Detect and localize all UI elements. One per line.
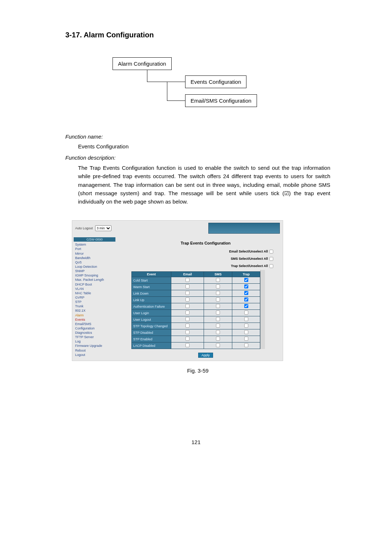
trap-select-all-checkbox[interactable] — [269, 264, 273, 268]
sidebar-item[interactable]: Loop Detection — [74, 264, 115, 269]
trap-cell — [232, 323, 260, 329]
trap-checkbox[interactable] — [244, 311, 248, 315]
sms-select-all-checkbox[interactable] — [269, 257, 273, 261]
trap-checkbox[interactable] — [244, 343, 248, 347]
sidebar-item[interactable]: STP — [74, 300, 115, 304]
events-table: Event Email SMS Trap Cold StartWarm Star… — [131, 271, 260, 349]
email-cell — [171, 310, 204, 316]
sms-checkbox[interactable] — [216, 284, 220, 288]
event-name: Warm Start — [132, 284, 171, 290]
sms-cell — [204, 336, 232, 342]
sidebar-item[interactable]: Email/SMS — [74, 322, 115, 326]
email-cell — [171, 284, 204, 290]
trap-events-title: Trap Events Configuration — [131, 241, 280, 245]
sms-checkbox[interactable] — [216, 343, 220, 347]
auto-logout-select[interactable]: 3 min — [95, 225, 111, 231]
email-checkbox[interactable] — [185, 311, 189, 315]
table-row: Authentication Failure — [132, 303, 260, 310]
email-cell — [171, 323, 204, 329]
trap-checkbox[interactable] — [244, 324, 248, 328]
sms-cell — [204, 316, 232, 323]
sidebar-item[interactable]: Bandwidth — [74, 256, 115, 260]
figure-caption: Fig. 3-59 — [65, 368, 330, 374]
sidebar-item[interactable]: VLAN — [74, 287, 115, 291]
email-checkbox[interactable] — [185, 304, 189, 308]
function-name-value: Events Configuration — [78, 143, 330, 150]
email-checkbox[interactable] — [185, 330, 189, 334]
table-row: STP Enabled — [132, 336, 260, 342]
email-checkbox[interactable] — [185, 284, 189, 288]
sidebar-item[interactable]: Reboot — [74, 348, 115, 353]
sidebar-item[interactable]: Log — [74, 339, 115, 344]
sms-checkbox[interactable] — [216, 291, 220, 295]
email-checkbox[interactable] — [185, 297, 189, 301]
email-checkbox[interactable] — [185, 337, 189, 341]
trap-checkbox[interactable] — [244, 330, 248, 334]
trap-checkbox[interactable] — [244, 304, 248, 308]
email-select-all-checkbox[interactable] — [269, 250, 273, 254]
email-checkbox[interactable] — [185, 317, 189, 321]
sms-cell — [204, 277, 232, 284]
sidebar-item[interactable]: Logout — [74, 353, 115, 357]
apply-button[interactable]: Apply — [198, 353, 213, 358]
sidebar-item[interactable]: MAC Table — [74, 291, 115, 295]
function-desc-label: Function description: — [65, 155, 330, 161]
email-cell — [171, 290, 204, 297]
trap-checkbox[interactable] — [244, 278, 248, 282]
sidebar-item[interactable]: GVRP — [74, 295, 115, 300]
sidebar-item[interactable]: DHCP Boot — [74, 282, 115, 287]
sidebar-item[interactable]: Firmware Upgrade — [74, 344, 115, 348]
email-cell — [171, 297, 204, 303]
sms-checkbox[interactable] — [216, 278, 220, 282]
sms-checkbox[interactable] — [216, 330, 220, 334]
trap-cell — [232, 290, 260, 297]
scrollbar[interactable] — [260, 270, 265, 349]
trap-checkbox[interactable] — [244, 337, 248, 341]
sidebar-item[interactable]: Configuration — [74, 326, 115, 331]
sidebar-item[interactable]: TFTP Server — [74, 335, 115, 339]
sidebar-item[interactable]: Events — [74, 317, 115, 322]
email-checkbox[interactable] — [185, 278, 189, 282]
trap-checkbox[interactable] — [244, 284, 248, 288]
sms-checkbox[interactable] — [216, 297, 220, 301]
email-checkbox[interactable] — [185, 343, 189, 347]
event-name: Link Up — [132, 297, 171, 303]
sms-checkbox[interactable] — [216, 337, 220, 341]
sidebar-item[interactable]: Diagnostics — [74, 331, 115, 335]
trap-checkbox[interactable] — [244, 297, 248, 301]
th-sms: SMS — [204, 272, 232, 277]
sidebar-item[interactable]: 802.1X — [74, 308, 115, 313]
email-cell — [171, 336, 204, 342]
email-checkbox[interactable] — [185, 291, 189, 295]
email-checkbox[interactable] — [185, 324, 189, 328]
sms-checkbox[interactable] — [216, 311, 220, 315]
sidebar-item[interactable]: Port — [74, 247, 115, 251]
sidebar-item[interactable]: Trunk — [74, 304, 115, 308]
th-trap: Trap — [232, 272, 260, 277]
sms-cell — [204, 310, 232, 316]
table-row: Link Down — [132, 290, 260, 297]
device-banner — [208, 223, 280, 234]
sms-cell — [204, 329, 232, 336]
sidebar-item[interactable]: IGMP Snooping — [74, 273, 115, 278]
sms-checkbox[interactable] — [216, 324, 220, 328]
event-name: LACP Disabled — [132, 342, 171, 349]
trap-checkbox[interactable] — [244, 291, 248, 295]
event-name: Authentication Failure — [132, 303, 171, 310]
sms-checkbox[interactable] — [216, 317, 220, 321]
sidebar-item[interactable]: Alarm — [74, 313, 115, 317]
sms-checkbox[interactable] — [216, 304, 220, 308]
sidebar-item[interactable]: Mirror — [74, 251, 115, 256]
email-cell — [171, 316, 204, 323]
trap-checkbox[interactable] — [244, 317, 248, 321]
sidebar-item[interactable]: Max. Packet Length — [74, 278, 115, 282]
sidebar-item[interactable]: SNMP — [74, 269, 115, 273]
event-name: User Login — [132, 310, 171, 316]
sidebar-item[interactable]: QoS — [74, 260, 115, 264]
function-name-label: Function name: — [65, 134, 330, 140]
sms-cell — [204, 290, 232, 297]
sidebar-item[interactable]: System — [74, 242, 115, 247]
th-event: Event — [132, 272, 171, 277]
email-cell — [171, 329, 204, 336]
email-cell — [171, 277, 204, 284]
